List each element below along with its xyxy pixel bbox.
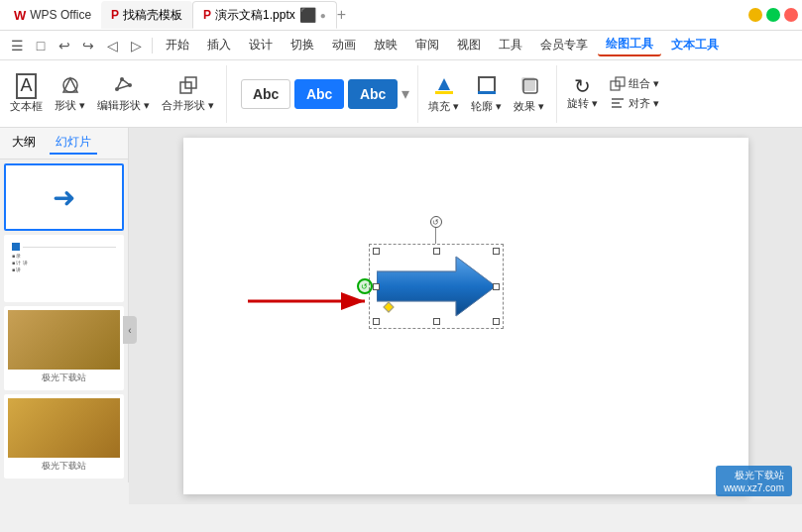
outline-tab[interactable]: 大纲 [6, 132, 42, 155]
style-dropdown-button[interactable]: ▾ [401, 84, 409, 103]
svg-rect-8 [479, 77, 495, 93]
dot-icon: ● [320, 10, 326, 21]
rotate-icon: ↻ [574, 76, 591, 96]
merge-shape-button[interactable]: 合并形状 ▾ [158, 73, 218, 115]
menu-icon-1[interactable]: ☰ [6, 35, 28, 56]
outline-icon [476, 74, 498, 99]
sidebar-tabs: 大纲 幻灯片 [0, 128, 129, 160]
combine-label: 组合 ▾ [629, 76, 659, 91]
shape-button[interactable]: 形状 ▾ [51, 73, 89, 115]
menu-start[interactable]: 开始 [158, 35, 197, 55]
menu-tools[interactable]: 工具 [491, 35, 530, 55]
handle-bm[interactable] [433, 318, 440, 325]
menu-draw-tools[interactable]: 绘图工具 [598, 34, 661, 56]
save-icon[interactable]: □ [30, 35, 52, 56]
tab-pptx[interactable]: P 演示文稿1.pptx ⬛ ● [192, 1, 337, 29]
handle-mr[interactable] [493, 283, 500, 290]
effect-label: 效果 ▾ [514, 99, 544, 114]
shape-label: 形状 ▾ [55, 98, 85, 113]
outline-button[interactable]: 轮廓 ▾ [467, 72, 506, 116]
handle-bl[interactable] [373, 318, 380, 325]
edit-shape-button[interactable]: 编辑形状 ▾ [93, 73, 154, 115]
textbox-button[interactable]: A 文本框 [6, 71, 47, 116]
ribbon-group-arrange: ↻ 旋转 ▾ 组合 ▾ 对齐 ▾ [563, 65, 671, 123]
menu-bar: ☰ □ ↩ ↪ ◁ ▷ 开始 插入 设计 切换 动画 放映 审阅 视图 工具 会… [0, 31, 802, 60]
combine-button[interactable]: 组合 ▾ [606, 75, 663, 93]
slide-label-4: 极光下载站 [8, 458, 120, 475]
svg-point-4 [128, 83, 132, 87]
svg-point-3 [120, 77, 124, 81]
effect-button[interactable]: 效果 ▾ [510, 72, 548, 116]
slide-thumb-2[interactable]: 2 ■ 录■ 计 讲■ 讲 [4, 235, 124, 302]
menu-vip[interactable]: 会员专享 [532, 35, 596, 55]
wps-icon: W [14, 8, 26, 23]
window-controls [748, 8, 798, 22]
menu-slideshow[interactable]: 放映 [366, 35, 405, 55]
style-abc-2[interactable]: Abc [294, 79, 344, 109]
shape-icon [60, 75, 80, 98]
rotate-label: 旋转 ▾ [567, 96, 598, 111]
undo-icon[interactable]: ↩ [54, 35, 75, 56]
red-arrow-svg [248, 286, 377, 316]
slide-panel: 1 ➜ 2 ■ 录■ 计 讲■ 讲 [0, 160, 129, 482]
monitor-icon: ⬛ [299, 7, 316, 23]
main-area: 大纲 幻灯片 1 ➜ 2 ■ 录■ 计 讲■ 讲 [0, 128, 802, 504]
menu-review[interactable]: 审阅 [407, 35, 447, 55]
menu-view[interactable]: 视图 [449, 35, 489, 55]
back-icon[interactable]: ◁ [101, 35, 123, 56]
rotate-line [435, 226, 436, 244]
slide-canvas[interactable]: ↺ [183, 138, 748, 494]
handle-tl[interactable] [373, 248, 380, 255]
svg-rect-7 [435, 91, 453, 94]
pptx-p-icon: P [203, 8, 211, 22]
slide-thumb-inner-3 [8, 310, 120, 370]
handle-br[interactable] [493, 318, 500, 325]
slide-thumb-4[interactable]: 4 极光下载站 [4, 394, 124, 479]
minimize-button[interactable] [748, 8, 762, 22]
slide-thumb-inner-4 [8, 398, 120, 458]
style-abc-1[interactable]: Abc [241, 79, 290, 109]
svg-point-2 [115, 87, 119, 91]
textbox-label: 文本框 [10, 99, 43, 114]
ribbon-group-shape-tools: A 文本框 形状 ▾ [6, 65, 227, 123]
menu-text-tools[interactable]: 文本工具 [663, 35, 727, 55]
combine-icon [610, 76, 626, 92]
rotate-button[interactable]: ↻ 旋转 ▾ [563, 74, 602, 113]
slide-thumb-inner-2: ■ 录■ 计 讲■ 讲 [8, 239, 120, 298]
thumb-arrow-icon-1: ➜ [53, 181, 75, 214]
thumb2-blue-sq [12, 243, 20, 251]
tab-wps[interactable]: W WPS Office [4, 1, 101, 29]
fill-button[interactable]: 填充 ▾ [424, 72, 463, 116]
align-button[interactable]: 对齐 ▾ [606, 95, 663, 113]
thumb2-row1 [12, 243, 116, 251]
close-button[interactable] [784, 8, 798, 22]
menu-insert[interactable]: 插入 [199, 35, 239, 55]
style-abc-3[interactable]: Abc [348, 79, 398, 109]
canvas-area: ↺ [129, 128, 802, 504]
slide-label-3: 极光下载站 [8, 370, 120, 386]
handle-tr[interactable] [493, 248, 500, 255]
forward-icon[interactable]: ▷ [125, 35, 147, 56]
tab-template[interactable]: P 找稿壳模板 [101, 1, 192, 29]
menu-animation[interactable]: 动画 [324, 35, 364, 55]
slide-thumb-3[interactable]: 3 极光下载站 [4, 306, 124, 390]
maximize-button[interactable] [766, 8, 780, 22]
sidebar-collapse-button[interactable]: ‹ [123, 316, 137, 344]
menu-transition[interactable]: 切换 [283, 35, 322, 55]
watermark-line2: www.xz7.com [724, 482, 784, 493]
new-tab-button[interactable]: + [337, 6, 346, 24]
sidebar-outer: 大纲 幻灯片 1 ➜ 2 ■ 录■ 计 讲■ 讲 [0, 128, 129, 504]
selection-border [369, 244, 504, 329]
rotate-handle[interactable]: ↺ [430, 216, 442, 228]
handle-tm[interactable] [433, 248, 440, 255]
arrow-shape-container[interactable]: ↺ [377, 252, 496, 321]
shape-tools-row: A 文本框 形状 ▾ [6, 71, 218, 116]
slide-thumb-1[interactable]: 1 ➜ [4, 163, 124, 231]
menu-design[interactable]: 设计 [241, 35, 281, 55]
edit-shape-icon [114, 75, 134, 98]
redo-icon[interactable]: ↪ [77, 35, 99, 56]
slides-tab[interactable]: 幻灯片 [50, 132, 97, 155]
ribbon-group-fill: 填充 ▾ 轮廓 ▾ 效果 ▾ [424, 65, 557, 123]
watermark-line1: 极光下载站 [724, 469, 784, 482]
edit-shape-label: 编辑形状 ▾ [97, 98, 150, 113]
